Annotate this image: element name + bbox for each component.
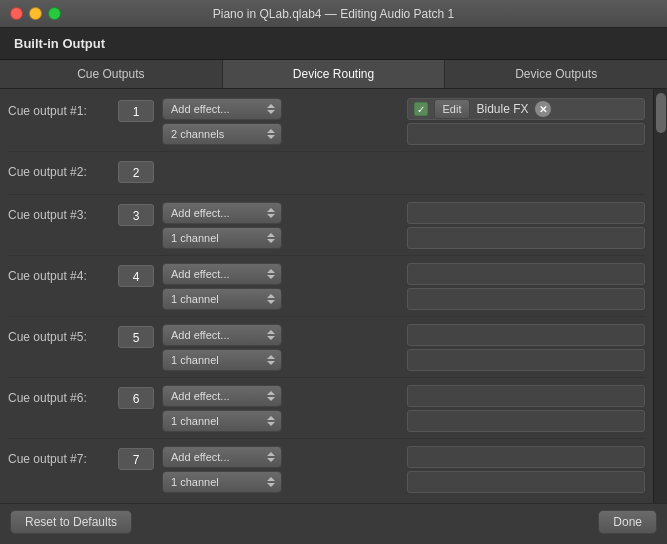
effect-slot-6a xyxy=(407,385,646,407)
effect-slot-4b xyxy=(407,288,646,310)
cue-number-7[interactable]: 7 xyxy=(118,448,154,470)
channel-label-6: 1 channel xyxy=(171,415,219,427)
cue-label-7: Cue output #7: xyxy=(8,446,118,466)
add-effect-dropdown-4[interactable]: Add effect... xyxy=(162,263,282,285)
add-effect-dropdown-6[interactable]: Add effect... xyxy=(162,385,282,407)
close-button[interactable] xyxy=(10,7,23,20)
arrow-up-1 xyxy=(267,104,275,108)
effect-remove-1[interactable]: ✕ xyxy=(535,101,551,117)
cue-number-1[interactable]: 1 xyxy=(118,100,154,122)
cue-col-3: Add effect... 1 channel xyxy=(162,202,645,249)
window-title: Piano in QLab.qlab4 — Editing Audio Patc… xyxy=(213,7,455,21)
effect-slot-5a xyxy=(407,324,646,346)
effect-slot-5b xyxy=(407,349,646,371)
channel-dropdown-4[interactable]: 1 channel xyxy=(162,288,282,310)
add-effect-label-3: Add effect... xyxy=(171,207,230,219)
cue-label-6: Cue output #6: xyxy=(8,385,118,405)
add-effect-label-7: Add effect... xyxy=(171,451,230,463)
effect-area-6 xyxy=(407,385,646,432)
maximize-button[interactable] xyxy=(48,7,61,20)
divider-2 xyxy=(8,194,645,195)
cue-row-3: Cue output #3: 3 Add effect... 1 channel xyxy=(0,197,653,253)
footer: Reset to Defaults Done xyxy=(0,503,667,539)
dropdowns-7: Add effect... 1 channel xyxy=(162,446,401,493)
dropdowns-1: Add effect... 2 channels xyxy=(162,98,401,145)
cue-label-2: Cue output #2: xyxy=(8,159,118,179)
cue-number-2[interactable]: 2 xyxy=(118,161,154,183)
effect-checkbox-1[interactable] xyxy=(414,102,428,116)
channel-dropdown-1[interactable]: 2 channels xyxy=(162,123,282,145)
edit-button-1[interactable]: Edit xyxy=(434,99,471,119)
channel-label-5: 1 channel xyxy=(171,354,219,366)
channel-dropdown-6[interactable]: 1 channel xyxy=(162,410,282,432)
cue-label-3: Cue output #3: xyxy=(8,202,118,222)
add-effect-label-4: Add effect... xyxy=(171,268,230,280)
effect-slot-6b xyxy=(407,410,646,432)
dropdown-arrow-ch1 xyxy=(267,129,275,139)
tabs-row: Cue Outputs Device Routing Device Output… xyxy=(0,60,667,89)
tab-device-outputs[interactable]: Device Outputs xyxy=(445,60,667,88)
divider-5 xyxy=(8,377,645,378)
divider-3 xyxy=(8,255,645,256)
add-effect-dropdown-3[interactable]: Add effect... xyxy=(162,202,282,224)
cue-number-6[interactable]: 6 xyxy=(118,387,154,409)
cue-row-1: Cue output #1: 1 Add effect... 2 channel… xyxy=(0,93,653,149)
dropdowns-4: Add effect... 1 channel xyxy=(162,263,401,310)
cue-row-5: Cue output #5: 5 Add effect... 1 channel xyxy=(0,319,653,375)
effect-slot-7a xyxy=(407,446,646,468)
dropdown-arrow-1 xyxy=(267,104,275,114)
channel-label-3: 1 channel xyxy=(171,232,219,244)
tab-device-routing[interactable]: Device Routing xyxy=(223,60,446,88)
cue-row-6: Cue output #6: 6 Add effect... 1 channel xyxy=(0,380,653,436)
effect-slot-4a xyxy=(407,263,646,285)
effect-area-5 xyxy=(407,324,646,371)
add-effect-dropdown-5[interactable]: Add effect... xyxy=(162,324,282,346)
done-button[interactable]: Done xyxy=(598,510,657,534)
tab-cue-outputs[interactable]: Cue Outputs xyxy=(0,60,223,88)
cue-label-1: Cue output #1: xyxy=(8,98,118,118)
titlebar: Piano in QLab.qlab4 — Editing Audio Patc… xyxy=(0,0,667,28)
cue-label-5: Cue output #5: xyxy=(8,324,118,344)
dropdowns-5: Add effect... 1 channel xyxy=(162,324,401,371)
section-header: Built-in Output xyxy=(0,28,667,60)
channel-dropdown-5[interactable]: 1 channel xyxy=(162,349,282,371)
effect-slot-3b xyxy=(407,227,646,249)
divider-1 xyxy=(8,151,645,152)
channel-label-4: 1 channel xyxy=(171,293,219,305)
channel-dropdown-3[interactable]: 1 channel xyxy=(162,227,282,249)
channel-label-7: 1 channel xyxy=(171,476,219,488)
add-effect-dropdown-1[interactable]: Add effect... xyxy=(162,98,282,120)
cue-row-2: Cue output #2: 2 xyxy=(0,154,653,192)
dropdown-arrow-ch3 xyxy=(267,233,275,243)
divider-6 xyxy=(8,438,645,439)
arrow-down-1 xyxy=(267,110,275,114)
add-effect-label-1: Add effect... xyxy=(171,103,230,115)
effect-slot-3a xyxy=(407,202,646,224)
effect-area-7 xyxy=(407,446,646,493)
add-effect-dropdown-7[interactable]: Add effect... xyxy=(162,446,282,468)
reset-defaults-button[interactable]: Reset to Defaults xyxy=(10,510,132,534)
effect-area-4 xyxy=(407,263,646,310)
minimize-button[interactable] xyxy=(29,7,42,20)
window-controls xyxy=(10,7,61,20)
effect-slot-1: Edit Bidule FX ✕ xyxy=(407,98,646,120)
section-header-label: Built-in Output xyxy=(14,36,105,51)
dropdowns-3: Add effect... 1 channel xyxy=(162,202,401,249)
add-effect-label-6: Add effect... xyxy=(171,390,230,402)
scrollbar[interactable] xyxy=(653,89,667,503)
cue-number-3[interactable]: 3 xyxy=(118,204,154,226)
channel-label-1: 2 channels xyxy=(171,128,224,140)
scrollbar-thumb[interactable] xyxy=(656,93,666,133)
cue-row-4: Cue output #4: 4 Add effect... 1 channel xyxy=(0,258,653,314)
effect-slot-7b xyxy=(407,471,646,493)
main-content: Cue output #1: 1 Add effect... 2 channel… xyxy=(0,89,667,503)
cue-controls-1: Add effect... 2 channels xyxy=(162,98,645,145)
cue-number-4[interactable]: 4 xyxy=(118,265,154,287)
cue-number-5[interactable]: 5 xyxy=(118,326,154,348)
channel-dropdown-7[interactable]: 1 channel xyxy=(162,471,282,493)
effect-empty-slot-1 xyxy=(407,123,646,145)
cue-row-7: Cue output #7: 7 Add effect... 1 channel xyxy=(0,441,653,497)
cue-col-6: Add effect... 1 channel xyxy=(162,385,645,432)
dropdowns-6: Add effect... 1 channel xyxy=(162,385,401,432)
add-effect-label-5: Add effect... xyxy=(171,329,230,341)
